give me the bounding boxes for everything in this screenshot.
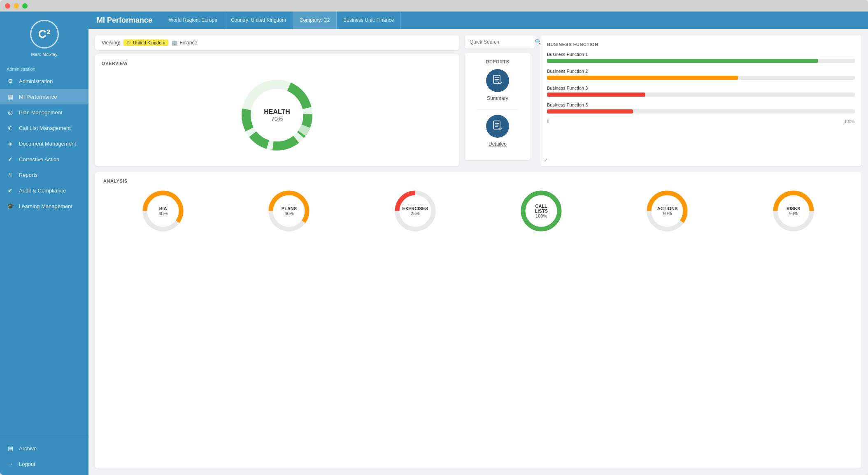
mini-donut-pct: 50% [787,211,801,216]
topbar-tab[interactable]: Country: United Kingdom [224,12,293,29]
analysis-item-risks: RISKS 50% [771,188,816,234]
main-area: MI Performance World Region: EuropeCount… [88,12,868,475]
bf-bar-fill [547,59,818,63]
sidebar-label-call-list-management: Call List Management [19,125,71,131]
sidebar-item-call-list-management[interactable]: ✆ Call List Management [0,120,88,136]
bf-bar-fill [547,76,738,80]
sidebar-item-administration[interactable]: ⚙ Administration [0,73,88,89]
analysis-charts: BIA 60% PLANS 60% EXERCISES 25% [103,188,853,234]
content-area: Viewing: 🏳 United Kingdom 🏢 Finance OVER… [88,29,868,475]
maximize-button[interactable] [22,3,28,9]
sidebar-item-reports[interactable]: ≋ Reports [0,167,88,183]
sidebar-item-mi-performance[interactable]: ▦ MI Performance [0,89,88,104]
logout-icon: → [7,460,14,468]
sidebar-item-logout[interactable]: → Logout [0,456,88,472]
viewing-label: Viewing: [102,40,120,46]
learning-management-icon: 🎓 [7,202,14,210]
report-detailed[interactable]: Detailed [486,115,509,147]
bf-bar-fill [547,93,645,97]
health-donut-container: HEALTH 70% [102,71,452,160]
sidebar-label-administration: Administration [19,78,53,84]
mini-donut-actions: ACTIONS 60% [645,188,690,234]
mini-donut-title: PLANS [282,206,297,211]
mini-donut-call lists: CALL LISTS 100% [519,188,564,234]
expand-icon[interactable]: ⤢ [544,157,548,163]
health-donut-label: HEALTH 70% [264,108,290,122]
sidebar-item-audit-compliance[interactable]: ✔ Audit & Compliance [0,183,88,198]
viewing-chip-uk[interactable]: 🏳 United Kingdom [123,39,168,46]
call-list-management-icon: ✆ [7,124,14,132]
topbar: MI Performance World Region: EuropeCount… [88,12,868,29]
mini-donut-label-actions: ACTIONS 60% [657,206,678,216]
document-detailed-icon [493,120,503,132]
mini-donut-pct: 100% [530,213,553,218]
sidebar-item-archive[interactable]: ▤ Archive [0,440,88,456]
reports-icon: ≋ [7,171,14,178]
reports-title: REPORTS [486,59,510,64]
viewing-chip-finance[interactable]: 🏢 Finance [172,40,197,46]
topbar-tab[interactable]: Business Unit: Finance [337,12,401,29]
report-detailed-icon [486,115,509,138]
report-detailed-label[interactable]: Detailed [489,141,507,147]
bf-item-name: Business Function 3 [547,102,855,107]
bf-bar-fill [547,109,633,114]
topbar-title: MI Performance [97,16,152,25]
bf-bar-track [547,76,855,80]
analysis-item-exercises: EXERCISES 25% [393,188,438,234]
bf-item: Business Function 2 [547,69,855,80]
sidebar-label-learning-management: Learning Management [19,203,72,209]
sidebar-logo: C² Marc McStay [0,12,88,63]
mi-performance-icon: ▦ [7,93,14,100]
mini-donut-pct: 60% [158,211,168,216]
viewing-bar: Viewing: 🏳 United Kingdom 🏢 Finance [95,35,459,50]
viewing-chip-uk-label: United Kingdom [133,40,165,45]
report-summary-icon [486,69,509,92]
sidebar-label-plan-management: Plan Management [19,109,63,116]
reports-panel: REPORTS Summar [465,53,531,160]
app-container: C² Marc McStay Administration ⚙ Administ… [0,12,868,475]
mini-donut-risks: RISKS 50% [771,188,816,234]
analysis-title: ANALYSIS [103,178,853,183]
flag-icon: 🏳 [127,40,131,45]
mini-donut-label-exercises: EXERCISES 25% [402,206,428,216]
mini-donut-label-risks: RISKS 50% [787,206,801,216]
administration-icon: ⚙ [7,77,14,85]
bf-item-name: Business Function 2 [547,69,855,74]
close-button[interactable] [5,3,10,9]
overview-panel: OVERVIEW [95,54,459,166]
bf-axis-start: 0 [547,119,549,124]
health-donut-wrap: HEALTH 70% [236,74,318,156]
window-chrome [0,0,868,12]
topbar-tab[interactable]: Company: C2 [293,12,337,29]
search-input[interactable] [470,39,531,45]
mini-donut-plans: PLANS 60% [266,188,312,234]
sidebar-item-corrective-action[interactable]: ✔ Corrective Action [0,151,88,167]
sidebar-item-plan-management[interactable]: ◎ Plan Management [0,104,88,120]
bf-item: Business Function 3 [547,86,855,97]
minimize-button[interactable] [14,3,19,9]
document-icon [493,75,503,86]
sidebar: C² Marc McStay Administration ⚙ Administ… [0,12,88,475]
analysis-item-call-lists: CALL LISTS 100% [519,188,564,234]
mini-donut-label-call lists: CALL LISTS 100% [530,204,553,218]
mini-donut-pct: 25% [402,211,428,216]
bf-panel: BUSINESS FUNCTION Business Function 1 Bu… [540,35,861,166]
viewing-chip-finance-label: Finance [179,40,197,46]
sidebar-item-learning-management[interactable]: 🎓 Learning Management [0,198,88,214]
report-summary[interactable]: Summary [486,69,509,101]
building-icon: 🏢 [172,40,178,46]
bf-item: Business Function 1 [547,52,855,63]
bf-items: Business Function 1 Business Function 2 … [547,52,855,114]
analysis-item-bia: BIA 60% [140,188,186,234]
sidebar-label-corrective-action: Corrective Action [19,156,59,162]
top-section: Viewing: 🏳 United Kingdom 🏢 Finance OVER… [95,35,861,166]
sidebar-item-document-management[interactable]: ◈ Document Management [0,136,88,151]
left-col: Viewing: 🏳 United Kingdom 🏢 Finance OVER… [95,35,459,166]
bf-axis-end: 100% [844,119,855,124]
sidebar-label-document-management: Document Management [19,141,76,147]
topbar-tab[interactable]: World Region: Europe [162,12,224,29]
overview-title: OVERVIEW [102,61,452,66]
mini-donut-pct: 60% [282,211,297,216]
bf-axis: 0 100% [547,119,855,124]
bf-item-name: Business Function 3 [547,86,855,90]
